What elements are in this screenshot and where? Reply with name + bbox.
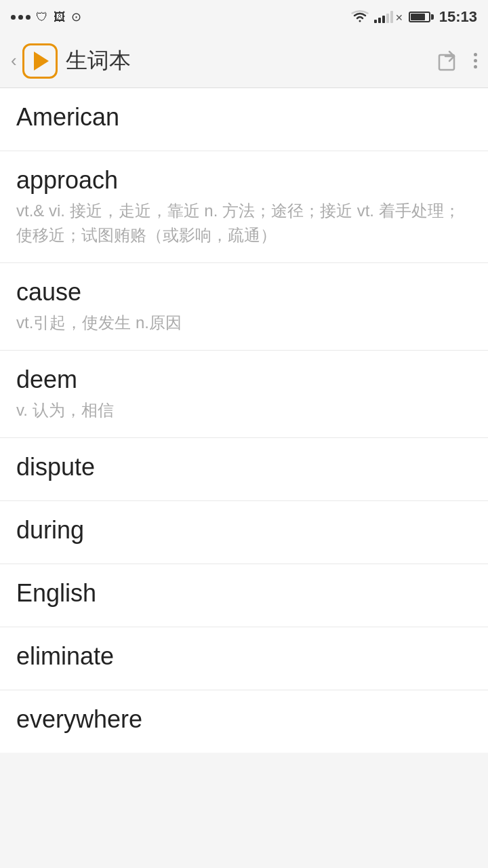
word-item-dispute[interactable]: dispute <box>0 438 488 501</box>
battery-tip <box>431 14 434 20</box>
word-item-approach[interactable]: approach vt.& vi. 接近，走近，靠近 n. 方法；途径；接近 v… <box>0 151 488 263</box>
word-english-dispute: dispute <box>16 453 472 481</box>
word-english-eliminate: eliminate <box>16 642 472 671</box>
status-right: ✕ 15:13 <box>351 8 477 26</box>
status-dot-3 <box>26 15 30 20</box>
status-dot-1 <box>11 15 16 20</box>
svg-rect-0 <box>439 55 454 70</box>
word-item-deem[interactable]: deem v. 认为，相信 <box>0 351 488 438</box>
word-definition-cause: vt.引起，使发生 n.原因 <box>16 311 472 335</box>
word-english-during: during <box>16 516 472 545</box>
status-left: 🛡 🖼 ⊙ <box>11 9 81 24</box>
signal-bar-1 <box>374 20 377 23</box>
image-icon: 🖼 <box>54 10 66 24</box>
word-item-american[interactable]: American <box>0 88 488 151</box>
battery-fill <box>411 14 425 20</box>
battery-body <box>409 12 430 22</box>
signal-bar-5 <box>390 11 393 23</box>
word-list: American approach vt.& vi. 接近，走近，靠近 n. 方… <box>0 88 488 753</box>
word-item-cause[interactable]: cause vt.引起，使发生 n.原因 <box>0 263 488 351</box>
signal-bars: ✕ <box>374 11 403 23</box>
circle-icon: ⊙ <box>71 9 81 24</box>
word-english-american: American <box>16 103 472 132</box>
signal-bar-3 <box>382 16 385 23</box>
app-logo <box>22 43 58 79</box>
signal-bar-2 <box>378 18 381 23</box>
more-dot-2 <box>474 59 477 62</box>
status-bar: 🛡 🖼 ⊙ ✕ 15:13 <box>0 0 488 34</box>
shield-icon: 🛡 <box>36 10 48 24</box>
word-english-cause: cause <box>16 278 472 307</box>
page-title: 生词本 <box>66 46 437 76</box>
status-time: 15:13 <box>439 8 477 26</box>
word-item-during[interactable]: during <box>0 501 488 564</box>
word-english-approach: approach <box>16 166 472 195</box>
word-definition-approach: vt.& vi. 接近，走近，靠近 n. 方法；途径；接近 vt. 着手处理； … <box>16 199 472 248</box>
nav-actions <box>437 50 477 73</box>
back-button[interactable]: ‹ <box>11 50 17 71</box>
signal-bar-4 <box>386 14 389 23</box>
wifi-icon <box>351 10 369 24</box>
word-english-everywhere: everywhere <box>16 705 472 734</box>
status-dots <box>11 15 30 20</box>
more-dot-3 <box>474 65 477 68</box>
word-definition-deem: v. 认为，相信 <box>16 398 472 422</box>
status-dot-2 <box>18 15 23 20</box>
word-item-everywhere[interactable]: everywhere <box>0 690 488 753</box>
share-icon[interactable] <box>437 50 460 73</box>
more-menu-button[interactable] <box>474 53 477 68</box>
play-icon <box>34 52 49 71</box>
word-english-deem: deem <box>16 366 472 394</box>
signal-x-icon: ✕ <box>395 12 403 23</box>
word-english-english: English <box>16 579 472 608</box>
word-item-english[interactable]: English <box>0 564 488 627</box>
word-item-eliminate[interactable]: eliminate <box>0 627 488 690</box>
battery-container <box>409 12 434 22</box>
navbar: ‹ 生词本 <box>0 34 488 88</box>
more-dot-1 <box>474 53 477 56</box>
